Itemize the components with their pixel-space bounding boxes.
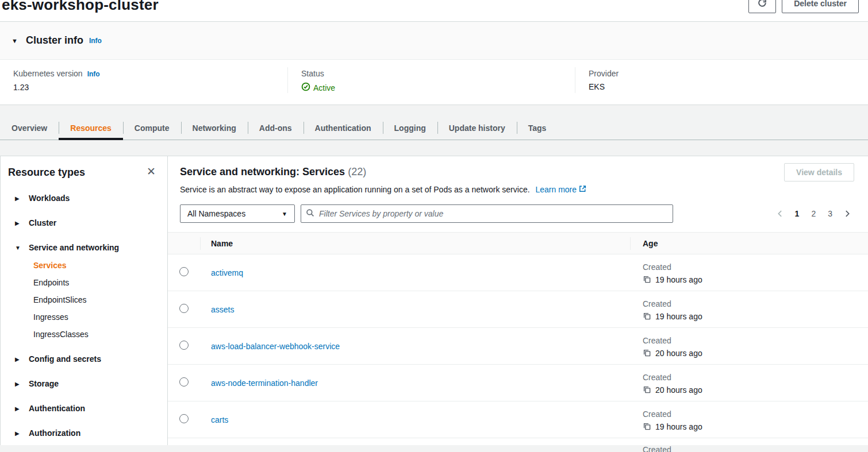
age-column-header: Age — [630, 233, 868, 254]
copy-icon[interactable] — [643, 385, 651, 394]
service-link[interactable]: carts — [211, 415, 228, 424]
kubernetes-version-value: 1.23 — [13, 83, 287, 92]
age-value: 19 hours ago — [655, 422, 702, 431]
sidebar-group-storage[interactable]: ▶ Storage — [15, 379, 159, 389]
table-row: aws-node-termination-handler Created 20 … — [168, 365, 868, 401]
header-actions: Delete cluster — [748, 0, 859, 13]
selection-column-header — [168, 233, 200, 254]
row-radio-button[interactable] — [179, 267, 189, 276]
sidebar-item-endpoints[interactable]: Endpoints — [33, 278, 159, 288]
sidebar-group-cluster[interactable]: ▶ Cluster — [15, 218, 159, 228]
panel-description: Service is an abstract way to expose an … — [180, 184, 854, 195]
table-row: assets Created 19 hours ago — [168, 291, 868, 328]
tab-authentication[interactable]: Authentication — [304, 116, 383, 140]
age-value: 20 hours ago — [655, 349, 702, 358]
row-radio-button[interactable] — [179, 414, 189, 423]
sidebar-group-service-and-networking[interactable]: ▼ Service and networking — [15, 243, 159, 253]
tab-add-ons[interactable]: Add-ons — [248, 116, 304, 140]
delete-cluster-button[interactable]: Delete cluster — [782, 0, 859, 13]
sidebar-groups: ▶ Workloads ▶ Cluster ▼ Service and netw… — [8, 194, 159, 438]
service-networking-items: Services Endpoints EndpointSlices Ingres… — [15, 253, 159, 339]
age-value: 20 hours ago — [655, 385, 702, 395]
created-label: Created — [643, 298, 867, 310]
created-label: Created — [643, 335, 867, 346]
table-row: aws-load-balancer-webhook-service Create… — [168, 328, 868, 365]
field-label: Provider — [589, 67, 862, 80]
content-area: Resource types ✕ ▶ Workloads ▶ Cluster ▼… — [0, 156, 868, 445]
cluster-info-body: Kubernetes versionInfo 1.23 Status Activ… — [0, 60, 868, 105]
services-count: (22) — [348, 166, 366, 177]
sidebar-item-endpointslices[interactable]: EndpointSlices — [33, 295, 159, 305]
tab-compute[interactable]: Compute — [123, 116, 181, 140]
page-header: eks-workshop-cluster Delete cluster — [0, 0, 868, 21]
external-link-icon — [578, 184, 587, 195]
tab-resources[interactable]: Resources — [59, 116, 123, 140]
sidebar-group-config-and-secrets[interactable]: ▶ Config and secrets — [15, 354, 159, 364]
tab-tags[interactable]: Tags — [517, 116, 558, 140]
sidebar-item-ingressclasses[interactable]: IngressClasses — [33, 330, 159, 339]
chevron-right-icon[interactable] — [840, 208, 854, 219]
resource-types-sidebar: Resource types ✕ ▶ Workloads ▶ Cluster ▼… — [0, 156, 168, 445]
collapse-triangle-icon[interactable]: ▼ — [11, 37, 18, 44]
tab-networking[interactable]: Networking — [181, 116, 248, 140]
triangle-right-icon: ▶ — [15, 220, 21, 226]
sidebar-item-ingresses[interactable]: Ingresses — [33, 312, 159, 322]
row-radio-button[interactable] — [179, 377, 189, 387]
field-label: Status — [301, 67, 575, 80]
service-link[interactable]: aws-load-balancer-webhook-service — [211, 342, 340, 351]
name-column-header: Name — [200, 233, 630, 254]
tab-update-history[interactable]: Update history — [437, 116, 517, 140]
sidebar-group-authorization[interactable]: ▶ Authorization — [15, 428, 159, 438]
cluster-info-info-link[interactable]: Info — [89, 37, 102, 45]
tab-bar: Overview Resources Compute Networking Ad… — [0, 116, 868, 140]
filter-services-input[interactable] — [318, 208, 668, 219]
field-status: Status Active — [287, 67, 575, 93]
page-number-1[interactable]: 1 — [791, 208, 804, 219]
triangle-right-icon: ▶ — [15, 356, 21, 362]
row-radio-button[interactable] — [179, 304, 189, 313]
triangle-right-icon: ▶ — [15, 405, 21, 412]
panel-title: Service and networking: Services (22) — [180, 165, 854, 178]
refresh-button[interactable] — [748, 0, 776, 13]
close-icon[interactable]: ✕ — [143, 166, 159, 177]
view-details-button[interactable]: View details — [784, 163, 854, 181]
tab-logging[interactable]: Logging — [383, 116, 437, 140]
chevron-left-icon[interactable] — [773, 208, 787, 219]
triangle-right-icon: ▶ — [15, 195, 21, 202]
table-row: activemq Created 19 hours ago — [168, 254, 868, 291]
sidebar-title: Resource types — [8, 166, 85, 179]
services-panel: View details Service and networking: Ser… — [168, 156, 868, 445]
page-number-3[interactable]: 3 — [824, 208, 836, 219]
cluster-info-header[interactable]: ▼ Cluster info Info — [0, 22, 868, 60]
triangle-right-icon: ▶ — [15, 430, 21, 436]
cluster-info-title: Cluster info — [26, 34, 83, 47]
page-number-2[interactable]: 2 — [807, 208, 820, 219]
copy-icon[interactable] — [643, 312, 651, 320]
search-icon — [306, 208, 314, 219]
service-link[interactable]: assets — [211, 305, 234, 314]
service-link[interactable]: aws-node-termination-handler — [211, 378, 318, 388]
sidebar-group-workloads[interactable]: ▶ Workloads — [15, 194, 159, 203]
created-label: Created — [643, 372, 867, 383]
table-row-partial: Created — [168, 438, 868, 452]
field-label: Kubernetes versionInfo — [13, 67, 287, 80]
copy-icon[interactable] — [643, 349, 651, 357]
copy-icon[interactable] — [643, 422, 651, 431]
kubernetes-version-info-link[interactable]: Info — [87, 70, 100, 78]
copy-icon[interactable] — [643, 275, 651, 284]
sidebar-item-services[interactable]: Services — [33, 261, 159, 271]
row-radio-button[interactable] — [179, 341, 189, 350]
created-label: Created — [643, 408, 867, 420]
services-table: Name Age activemq Created 19 hours ago — [168, 232, 868, 452]
sidebar-group-authentication[interactable]: ▶ Authentication — [15, 404, 159, 414]
provider-value: EKS — [589, 82, 862, 91]
status-check-icon — [301, 82, 310, 93]
namespace-select[interactable]: All Namespaces ▼ — [180, 204, 295, 223]
service-link[interactable]: activemq — [211, 268, 243, 277]
table-row: carts Created 19 hours ago — [168, 401, 868, 438]
tab-overview[interactable]: Overview — [0, 116, 59, 140]
status-text: Active — [313, 83, 335, 92]
learn-more-link[interactable]: Learn more — [535, 184, 587, 195]
pagination: 1 2 3 — [773, 208, 854, 219]
table-header-row: Name Age — [168, 233, 868, 254]
